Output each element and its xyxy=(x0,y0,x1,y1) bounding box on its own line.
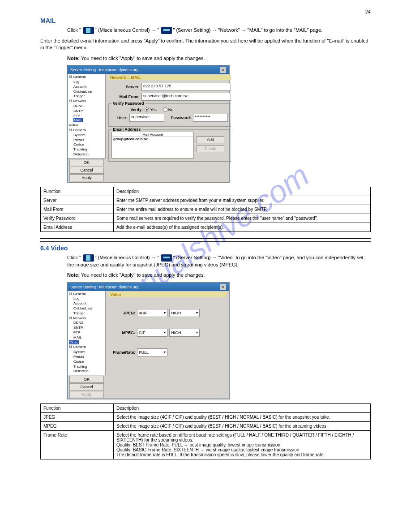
delete-button[interactable]: Delete xyxy=(197,145,224,152)
divider xyxy=(40,241,371,242)
server-label: Server: xyxy=(108,85,140,89)
mailfrom-label: Mail From: xyxy=(108,94,140,99)
tree-item-ftp[interactable]: FTP xyxy=(69,114,104,119)
tree-item-system[interactable]: System xyxy=(69,133,104,138)
tree-item-account[interactable]: Account xyxy=(69,85,104,90)
group-legend: Email Address xyxy=(111,127,142,132)
tree-item-mail[interactable]: MAIL xyxy=(69,335,104,340)
tree-item-detection[interactable]: Detection xyxy=(69,369,104,374)
chevron-down-icon: ▾ xyxy=(164,330,166,335)
table-cell: Select the image size (4CIF / CIF) and q… xyxy=(114,422,371,431)
text-line: Select the frame rate based on different… xyxy=(116,433,368,442)
mailfrom-input[interactable]: supervisor@tech.com.tw xyxy=(141,93,231,101)
server-input[interactable]: 622.223.51.175 xyxy=(141,83,231,91)
add-button[interactable]: Add xyxy=(197,136,224,143)
table-cell: Mail From xyxy=(41,205,114,214)
tree-item-video[interactable]: Video xyxy=(69,340,104,345)
text: (Server Setting) xyxy=(176,255,210,260)
tree-item-account[interactable]: Account xyxy=(69,301,104,306)
dialog-server-setting-mail: Server Setting : techipcam.dyndns.org × … xyxy=(67,65,229,182)
dialog-titlebar: Server Setting : techipcam.dyndns.org × xyxy=(68,283,229,291)
tree-item-tracking[interactable]: Tracking xyxy=(69,147,104,152)
misc-control-icon xyxy=(83,254,94,262)
dialog-title: Server Setting : techipcam.dyndns.org xyxy=(70,285,139,289)
table-cell: Add the e-mail address(s) of the assigne… xyxy=(114,223,371,232)
tree-item-tracking[interactable]: Tracking xyxy=(69,365,104,369)
table-cell: Enter the SMTP server address provided f… xyxy=(114,196,371,205)
password-input[interactable]: ********** xyxy=(193,114,228,122)
chevron-down-icon: ▾ xyxy=(164,350,166,354)
tree-item-sntp[interactable]: SNTP xyxy=(69,109,104,114)
tree-item-system[interactable]: System xyxy=(69,350,104,355)
tree-item-detection[interactable]: Detection xyxy=(69,152,104,157)
ok-button[interactable]: OK xyxy=(69,159,104,166)
chevron-down-icon: ▾ xyxy=(196,330,198,335)
apply-button[interactable]: Apply xyxy=(69,391,104,398)
verify-label: Verify: xyxy=(111,107,143,112)
cancel-button[interactable]: Cancel xyxy=(69,167,104,174)
tree-item-cruise[interactable]: Cruise xyxy=(69,360,104,365)
tree-item-mail[interactable]: MAIL xyxy=(69,118,104,123)
tree-item-preset[interactable]: Preset xyxy=(69,355,104,360)
tree-item-cruise[interactable]: Cruise xyxy=(69,142,104,147)
jpeg-quality-dropdown[interactable]: HIGH▾ xyxy=(169,309,200,317)
divider xyxy=(40,238,371,239)
tree-item-video[interactable]: Video xyxy=(69,123,104,128)
note-label: Note: xyxy=(67,56,80,61)
tree-item-trigger[interactable]: Trigger xyxy=(69,94,104,99)
email-list-header: Mail Account xyxy=(112,133,193,137)
table-cell: Select the frame rate based on different… xyxy=(114,431,371,459)
dialog-titlebar: Server Setting : techipcam.dyndns.org × xyxy=(68,66,229,74)
tree-item-ftp[interactable]: FTP xyxy=(69,330,104,335)
table-cell: Select the image size (4CIF / CIF) and q… xyxy=(114,413,371,422)
tree-item-trigger[interactable]: Trigger xyxy=(69,311,104,316)
server-setting-icon xyxy=(161,27,172,34)
tree-item-camera[interactable]: ⊟ Camera xyxy=(69,128,104,133)
group-legend: Verify Password xyxy=(111,101,146,106)
close-icon[interactable]: × xyxy=(220,67,226,73)
verify-yes-radio[interactable]: Yes xyxy=(145,107,157,112)
tree-item-log[interactable]: Log xyxy=(69,296,104,301)
tree-item-camera[interactable]: ⊟ Camera xyxy=(69,345,104,350)
user-input[interactable]: supervisor xyxy=(129,114,164,122)
table-cell: Description xyxy=(114,404,371,413)
pane-header: Video xyxy=(108,292,226,297)
tree-item-preset[interactable]: Preset xyxy=(69,138,104,143)
mail-function-table: FunctionDescription ServerEnter the SMTP… xyxy=(40,187,371,232)
text: Click " xyxy=(67,255,81,260)
table-cell: Frame Rate xyxy=(41,431,114,459)
page-number: 24 xyxy=(40,9,371,14)
dialog-server-setting-video: Server Setting : techipcam.dyndns.org × … xyxy=(67,283,229,399)
tree-item-ddns[interactable]: DDNS xyxy=(69,321,104,326)
tree-item-ddns[interactable]: DDNS xyxy=(69,104,104,109)
cancel-button[interactable]: Cancel xyxy=(69,383,104,390)
tree-item-onlineuser[interactable]: OnLineUser xyxy=(69,90,104,94)
verify-no-radio[interactable]: No xyxy=(163,107,174,112)
paragraph-video-intro: Click " " (Miscellaneous Control) → " " … xyxy=(67,254,371,268)
tree-item-network[interactable]: ⊟ Network xyxy=(69,99,104,104)
tree-item-sntp[interactable]: SNTP xyxy=(69,326,104,330)
apply-button[interactable]: Apply xyxy=(69,174,104,181)
tree-item-onlineuser[interactable]: OnLineUser xyxy=(69,306,104,311)
section-header-mail: MAIL xyxy=(40,17,371,24)
framerate-dropdown[interactable]: FULL▾ xyxy=(137,348,167,356)
mpeg-quality-dropdown[interactable]: HIGH▾ xyxy=(169,329,200,337)
text: → "Network" → "MAIL" to go into the "MAI… xyxy=(212,27,323,33)
tree-item-general[interactable]: ⊟ General xyxy=(69,75,104,80)
close-icon[interactable]: × xyxy=(220,284,226,290)
framerate-label: FrameRate: xyxy=(108,350,135,355)
paragraph-mail-intro: Click " " (Miscellaneous Control) → " " … xyxy=(67,27,371,34)
dialog-tree[interactable]: ⊟ General Log Account OnLineUser Trigger… xyxy=(68,74,106,158)
email-list-item[interactable]: group@tech.com.tw xyxy=(112,137,193,141)
text: Click " xyxy=(67,27,81,33)
tree-item-log[interactable]: Log xyxy=(69,80,104,85)
ok-button[interactable]: OK xyxy=(69,376,104,383)
table-cell: Function xyxy=(41,187,114,196)
dialog-tree[interactable]: ⊟ General Log Account OnLineUser Trigger… xyxy=(68,291,106,375)
tree-item-network[interactable]: ⊟ Network xyxy=(69,316,104,321)
mpeg-size-dropdown[interactable]: CIF▾ xyxy=(137,329,167,337)
tree-item-general[interactable]: ⊟ General xyxy=(69,292,104,297)
note-text: You need to click "Apply" to save and ap… xyxy=(81,272,205,278)
jpeg-size-dropdown[interactable]: 4CIF▾ xyxy=(137,309,167,317)
email-list[interactable]: Mail Account group@tech.com.tw xyxy=(111,132,194,159)
